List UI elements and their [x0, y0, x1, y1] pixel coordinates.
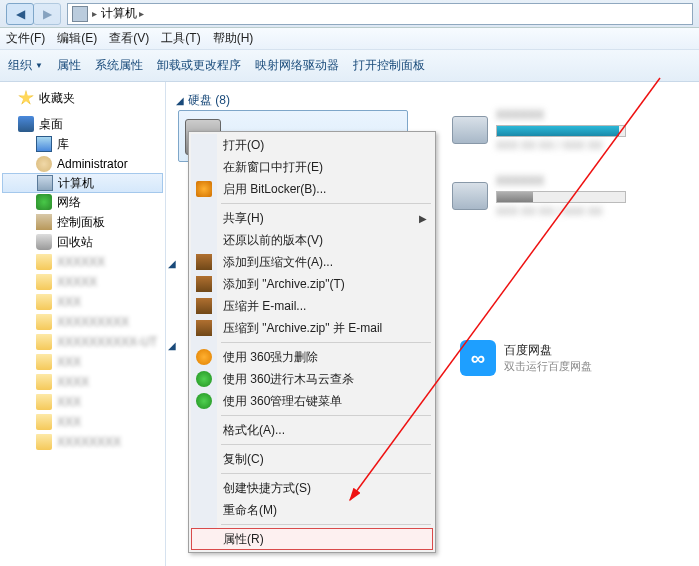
- nav-back-button[interactable]: ◀: [6, 3, 34, 25]
- separator: [221, 415, 431, 416]
- toolbar-open-control-panel[interactable]: 打开控制面板: [353, 57, 425, 74]
- folder-icon: [36, 334, 52, 350]
- ctx-share[interactable]: 共享(H)▶: [191, 207, 433, 229]
- ctx-label: 在新窗口中打开(E): [223, 159, 323, 176]
- ctx-label: 使用 360进行木马云查杀: [223, 371, 354, 388]
- sidebar-item-folder[interactable]: XXXXXX: [0, 252, 165, 272]
- ctx-label: 创建快捷方式(S): [223, 480, 311, 497]
- ctx-label: 复制(C): [223, 451, 264, 468]
- menu-help[interactable]: 帮助(H): [213, 30, 254, 47]
- computer-icon: [37, 175, 53, 191]
- archive-icon: [196, 276, 212, 292]
- ctx-add-to-zip[interactable]: 添加到 "Archive.zip"(T): [191, 273, 433, 295]
- baidu-netdisk-item[interactable]: ∞ 百度网盘 双击运行百度网盘: [460, 340, 592, 376]
- section-header[interactable]: ◢: [168, 340, 176, 351]
- sidebar-item-folder[interactable]: XXX: [0, 292, 165, 312]
- sidebar-label-blurred: XXX: [57, 355, 81, 369]
- toolbar-properties[interactable]: 属性: [57, 57, 81, 74]
- folder-icon: [36, 434, 52, 450]
- window-titlebar: ◀ ▶ ▸ 计算机 ▸: [0, 0, 699, 28]
- breadcrumb-segment[interactable]: 计算机 ▸: [101, 5, 144, 22]
- sidebar-item-recycle-bin[interactable]: 回收站: [0, 232, 165, 252]
- triangle-down-icon: ◢: [168, 340, 176, 351]
- baidu-title: 百度网盘: [504, 342, 592, 359]
- toolbar-map-drive[interactable]: 映射网络驱动器: [255, 57, 339, 74]
- toolbar-system-properties[interactable]: 系统属性: [95, 57, 143, 74]
- menu-file[interactable]: 文件(F): [6, 30, 45, 47]
- ctx-label: 还原以前的版本(V): [223, 232, 323, 249]
- desktop-icon: [18, 116, 34, 132]
- ctx-360-trojan-scan[interactable]: 使用 360进行木马云查杀: [191, 368, 433, 390]
- ctx-create-shortcut[interactable]: 创建快捷方式(S): [191, 477, 433, 499]
- sidebar-label-blurred: XXXXXXXX: [57, 435, 121, 449]
- ctx-open-new-window[interactable]: 在新窗口中打开(E): [191, 156, 433, 178]
- sidebar-item-libraries[interactable]: 库: [0, 134, 165, 154]
- section-header[interactable]: ◢: [168, 258, 176, 269]
- network-icon: [36, 194, 52, 210]
- menu-view[interactable]: 查看(V): [109, 30, 149, 47]
- toolbar-uninstall[interactable]: 卸载或更改程序: [157, 57, 241, 74]
- menu-edit[interactable]: 编辑(E): [57, 30, 97, 47]
- sidebar-item-network[interactable]: 网络: [0, 192, 165, 212]
- drive-item[interactable]: XXXXXX XXX XX XX / XXX XX: [452, 174, 626, 217]
- ctx-label: 启用 BitLocker(B)...: [223, 181, 326, 198]
- sidebar-label-blurred: XXX: [57, 395, 81, 409]
- sidebar-item-administrator[interactable]: Administrator: [0, 154, 165, 174]
- ctx-360-rightclick[interactable]: 使用 360管理右键菜单: [191, 390, 433, 412]
- ctx-restore-versions[interactable]: 还原以前的版本(V): [191, 229, 433, 251]
- drive-label-blurred: XXXXXX: [496, 108, 626, 122]
- menu-tools[interactable]: 工具(T): [161, 30, 200, 47]
- hard-drive-icon: [452, 182, 488, 210]
- library-icon: [36, 136, 52, 152]
- sidebar-favorites[interactable]: 收藏夹: [0, 88, 165, 108]
- folder-icon: [36, 394, 52, 410]
- drive-item[interactable]: XXXXXX XXX XX XX / XXX XX: [452, 108, 626, 151]
- sidebar-item-computer[interactable]: 计算机: [2, 173, 163, 193]
- ctx-rename[interactable]: 重命名(M): [191, 499, 433, 521]
- archive-icon: [196, 298, 212, 314]
- sidebar-item-folder[interactable]: XXXXX: [0, 272, 165, 292]
- sidebar-item-folder[interactable]: XXXX: [0, 372, 165, 392]
- chevron-right-icon: ▸: [92, 8, 97, 19]
- sidebar-item-folder[interactable]: XXX: [0, 352, 165, 372]
- sidebar-label: 回收站: [57, 234, 93, 251]
- toolbar-organize[interactable]: 组织 ▼: [8, 57, 43, 74]
- ctx-properties[interactable]: 属性(R): [191, 528, 433, 550]
- separator: [221, 524, 431, 525]
- sidebar-label: 网络: [57, 194, 81, 211]
- sidebar-item-folder[interactable]: XXXXXXXXX: [0, 312, 165, 332]
- ctx-add-to-archive[interactable]: 添加到压缩文件(A)...: [191, 251, 433, 273]
- ctx-format[interactable]: 格式化(A)...: [191, 419, 433, 441]
- drive-subtext-blurred: XXX XX XX / XXX XX: [496, 205, 626, 217]
- sidebar-desktop[interactable]: 桌面: [0, 114, 165, 134]
- sidebar-item-folder[interactable]: XXXXXXXX: [0, 432, 165, 452]
- ctx-label: 打开(O): [223, 137, 264, 154]
- nav-forward-button[interactable]: ▶: [33, 3, 61, 25]
- ctx-compress-zip-email[interactable]: 压缩到 "Archive.zip" 并 E-mail: [191, 317, 433, 339]
- ctx-label: 压缩到 "Archive.zip" 并 E-mail: [223, 320, 382, 337]
- folder-icon: [36, 254, 52, 270]
- folder-icon: [36, 294, 52, 310]
- separator: [221, 203, 431, 204]
- recycle-bin-icon: [36, 234, 52, 250]
- ctx-enable-bitlocker[interactable]: 启用 BitLocker(B)...: [191, 178, 433, 200]
- ctx-label: 共享(H): [223, 210, 264, 227]
- sidebar-item-folder[interactable]: XXX: [0, 412, 165, 432]
- sidebar-item-folder[interactable]: XXXXXXXXXX-UT: [0, 332, 165, 352]
- address-bar[interactable]: ▸ 计算机 ▸: [67, 3, 693, 25]
- sidebar-item-folder[interactable]: XXX: [0, 392, 165, 412]
- ctx-copy[interactable]: 复制(C): [191, 448, 433, 470]
- ctx-360-force-delete[interactable]: 使用 360强力删除: [191, 346, 433, 368]
- section-label: 硬盘 (8): [188, 92, 230, 109]
- ctx-compress-email[interactable]: 压缩并 E-mail...: [191, 295, 433, 317]
- ctx-label: 属性(R): [223, 531, 264, 548]
- ctx-open[interactable]: 打开(O): [191, 134, 433, 156]
- sidebar-label-blurred: XXX: [57, 415, 81, 429]
- sidebar-item-control-panel[interactable]: 控制面板: [0, 212, 165, 232]
- ctx-label: 重命名(M): [223, 502, 277, 519]
- sidebar-label: 桌面: [39, 116, 63, 133]
- drive-subtext-blurred: XXX XX XX / XXX XX: [496, 139, 626, 151]
- section-header-drives[interactable]: ◢ 硬盘 (8): [176, 92, 689, 109]
- sidebar-label: Administrator: [57, 157, 128, 171]
- separator: [221, 444, 431, 445]
